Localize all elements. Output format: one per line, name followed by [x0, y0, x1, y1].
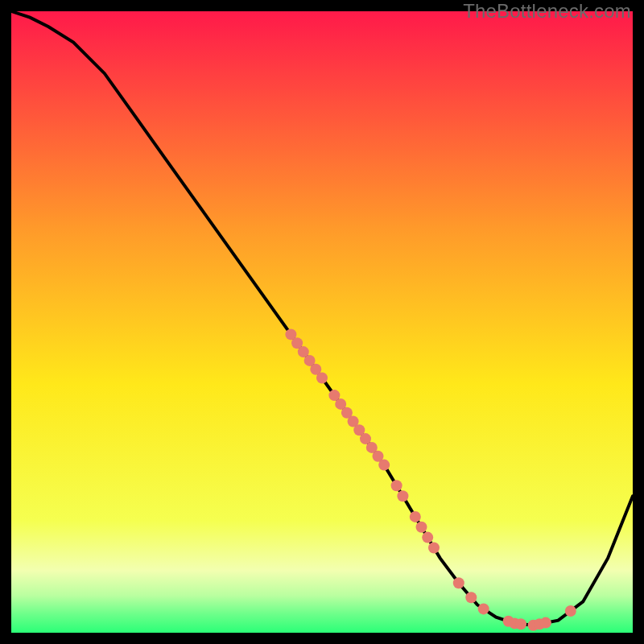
- chart-marker: [465, 592, 477, 603]
- chart-marker: [397, 490, 408, 502]
- chart-marker: [515, 618, 526, 630]
- chart-marker: [540, 617, 551, 629]
- chart-marker: [410, 511, 421, 522]
- watermark-text: TheBottleneck.com: [463, 0, 631, 23]
- chart-marker: [378, 460, 390, 471]
- chart-marker: [565, 605, 576, 617]
- chart-marker: [428, 543, 440, 554]
- chart-marker: [391, 480, 402, 491]
- chart-marker: [478, 603, 489, 614]
- chart-marker: [316, 373, 328, 384]
- chart-marker: [416, 522, 427, 533]
- chart-marker: [422, 532, 433, 543]
- chart-plot: [11, 11, 633, 633]
- chart-marker: [453, 577, 464, 588]
- chart-frame: [11, 11, 633, 633]
- chart-background: [11, 11, 633, 633]
